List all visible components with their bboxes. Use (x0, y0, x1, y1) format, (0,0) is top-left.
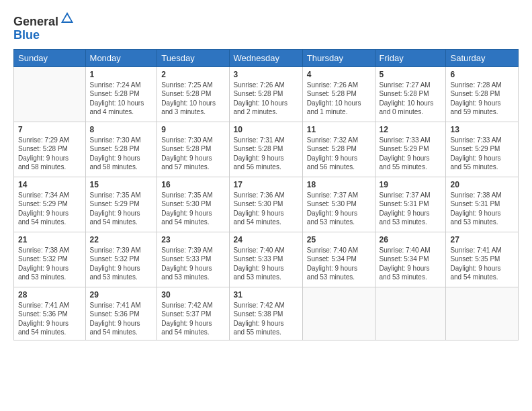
week-row-2: 7Sunrise: 7:29 AM Sunset: 5:28 PM Daylig… (14, 122, 519, 177)
day-number: 31 (234, 290, 298, 300)
calendar-cell: 26Sunrise: 7:40 AM Sunset: 5:34 PM Dayli… (375, 232, 446, 287)
logo: General Blue (13, 11, 75, 42)
day-number: 26 (380, 235, 442, 244)
day-info: Sunrise: 7:32 AM Sunset: 5:28 PM Dayligh… (307, 136, 371, 172)
calendar-cell: 6Sunrise: 7:28 AM Sunset: 5:28 PM Daylig… (446, 66, 519, 122)
day-number: 30 (161, 290, 224, 300)
day-number: 9 (161, 125, 224, 134)
calendar-cell: 22Sunrise: 7:39 AM Sunset: 5:32 PM Dayli… (85, 232, 157, 287)
day-number: 12 (380, 125, 442, 134)
day-number: 10 (234, 125, 298, 134)
week-row-1: 1Sunrise: 7:24 AM Sunset: 5:28 PM Daylig… (14, 66, 519, 122)
day-info: Sunrise: 7:41 AM Sunset: 5:35 PM Dayligh… (450, 246, 514, 282)
calendar-cell: 21Sunrise: 7:38 AM Sunset: 5:32 PM Dayli… (14, 232, 86, 287)
day-info: Sunrise: 7:40 AM Sunset: 5:33 PM Dayligh… (234, 246, 298, 282)
day-number: 17 (234, 180, 298, 189)
day-number: 18 (307, 180, 371, 189)
calendar-cell: 8Sunrise: 7:30 AM Sunset: 5:28 PM Daylig… (85, 122, 157, 177)
day-info: Sunrise: 7:29 AM Sunset: 5:28 PM Dayligh… (18, 136, 81, 172)
calendar-cell: 14Sunrise: 7:34 AM Sunset: 5:29 PM Dayli… (14, 177, 86, 232)
day-info: Sunrise: 7:42 AM Sunset: 5:38 PM Dayligh… (234, 301, 298, 337)
day-info: Sunrise: 7:42 AM Sunset: 5:37 PM Dayligh… (161, 301, 224, 337)
day-info: Sunrise: 7:39 AM Sunset: 5:33 PM Dayligh… (161, 246, 224, 282)
calendar-cell: 20Sunrise: 7:38 AM Sunset: 5:31 PM Dayli… (446, 177, 519, 232)
day-info: Sunrise: 7:24 AM Sunset: 5:28 PM Dayligh… (90, 81, 153, 117)
weekday-header-row: SundayMondayTuesdayWednesdayThursdayFrid… (14, 49, 519, 66)
day-info: Sunrise: 7:27 AM Sunset: 5:28 PM Dayligh… (380, 81, 442, 117)
calendar-cell: 9Sunrise: 7:30 AM Sunset: 5:28 PM Daylig… (157, 122, 229, 177)
day-info: Sunrise: 7:38 AM Sunset: 5:31 PM Dayligh… (450, 191, 514, 227)
day-number: 3 (234, 70, 298, 79)
day-info: Sunrise: 7:37 AM Sunset: 5:30 PM Dayligh… (307, 191, 371, 227)
calendar-table: SundayMondayTuesdayWednesdayThursdayFrid… (13, 49, 519, 340)
day-number: 16 (161, 180, 224, 189)
day-number: 21 (18, 235, 81, 244)
calendar-cell: 25Sunrise: 7:40 AM Sunset: 5:34 PM Dayli… (302, 232, 375, 287)
day-info: Sunrise: 7:40 AM Sunset: 5:34 PM Dayligh… (380, 246, 442, 282)
weekday-header-tuesday: Tuesday (157, 49, 229, 66)
calendar-cell: 23Sunrise: 7:39 AM Sunset: 5:33 PM Dayli… (157, 232, 229, 287)
logo-blue-text: Blue (13, 28, 40, 42)
day-number: 25 (307, 235, 371, 244)
calendar-cell: 3Sunrise: 7:26 AM Sunset: 5:28 PM Daylig… (229, 66, 302, 122)
calendar-cell: 13Sunrise: 7:33 AM Sunset: 5:29 PM Dayli… (446, 122, 519, 177)
day-number: 24 (234, 235, 298, 244)
weekday-header-monday: Monday (85, 49, 157, 66)
day-number: 4 (307, 70, 371, 79)
day-info: Sunrise: 7:37 AM Sunset: 5:31 PM Dayligh… (380, 191, 442, 227)
day-number: 29 (90, 290, 153, 300)
day-info: Sunrise: 7:30 AM Sunset: 5:28 PM Dayligh… (161, 136, 224, 172)
week-row-4: 21Sunrise: 7:38 AM Sunset: 5:32 PM Dayli… (14, 232, 519, 287)
calendar-cell: 31Sunrise: 7:42 AM Sunset: 5:38 PM Dayli… (229, 287, 302, 340)
day-number: 13 (450, 125, 514, 134)
calendar-cell (302, 287, 375, 340)
calendar-cell: 15Sunrise: 7:35 AM Sunset: 5:29 PM Dayli… (85, 177, 157, 232)
calendar-cell: 27Sunrise: 7:41 AM Sunset: 5:35 PM Dayli… (446, 232, 519, 287)
day-number: 23 (161, 235, 224, 244)
calendar-cell: 5Sunrise: 7:27 AM Sunset: 5:28 PM Daylig… (375, 66, 446, 122)
week-row-3: 14Sunrise: 7:34 AM Sunset: 5:29 PM Dayli… (14, 177, 519, 232)
day-number: 8 (90, 125, 153, 134)
calendar-cell: 4Sunrise: 7:26 AM Sunset: 5:28 PM Daylig… (302, 66, 375, 122)
day-number: 15 (90, 180, 153, 189)
day-info: Sunrise: 7:41 AM Sunset: 5:36 PM Dayligh… (90, 301, 153, 337)
calendar-cell: 19Sunrise: 7:37 AM Sunset: 5:31 PM Dayli… (375, 177, 446, 232)
calendar-cell: 7Sunrise: 7:29 AM Sunset: 5:28 PM Daylig… (14, 122, 86, 177)
day-info: Sunrise: 7:26 AM Sunset: 5:28 PM Dayligh… (234, 81, 298, 117)
day-info: Sunrise: 7:28 AM Sunset: 5:28 PM Dayligh… (450, 81, 514, 117)
weekday-header-sunday: Sunday (14, 49, 86, 66)
calendar-cell: 29Sunrise: 7:41 AM Sunset: 5:36 PM Dayli… (85, 287, 157, 340)
day-info: Sunrise: 7:25 AM Sunset: 5:28 PM Dayligh… (161, 81, 224, 117)
logo-icon (60, 11, 75, 26)
day-number: 6 (450, 70, 514, 79)
day-number: 5 (380, 70, 442, 79)
weekday-header-friday: Friday (375, 49, 446, 66)
calendar-cell: 11Sunrise: 7:32 AM Sunset: 5:28 PM Dayli… (302, 122, 375, 177)
day-number: 27 (450, 235, 514, 244)
calendar-cell: 18Sunrise: 7:37 AM Sunset: 5:30 PM Dayli… (302, 177, 375, 232)
calendar-cell: 10Sunrise: 7:31 AM Sunset: 5:28 PM Dayli… (229, 122, 302, 177)
calendar-cell: 1Sunrise: 7:24 AM Sunset: 5:28 PM Daylig… (85, 66, 157, 122)
weekday-header-saturday: Saturday (446, 49, 519, 66)
day-number: 2 (161, 70, 224, 79)
calendar-cell (375, 287, 446, 340)
day-info: Sunrise: 7:41 AM Sunset: 5:36 PM Dayligh… (18, 301, 81, 337)
calendar-cell: 24Sunrise: 7:40 AM Sunset: 5:33 PM Dayli… (229, 232, 302, 287)
day-number: 22 (90, 235, 153, 244)
weekday-header-thursday: Thursday (302, 49, 375, 66)
day-info: Sunrise: 7:38 AM Sunset: 5:32 PM Dayligh… (18, 246, 81, 282)
day-number: 11 (307, 125, 371, 134)
day-info: Sunrise: 7:34 AM Sunset: 5:29 PM Dayligh… (18, 191, 81, 227)
weekday-header-wednesday: Wednesday (229, 49, 302, 66)
day-number: 20 (450, 180, 514, 189)
day-number: 28 (18, 290, 81, 300)
day-info: Sunrise: 7:31 AM Sunset: 5:28 PM Dayligh… (234, 136, 298, 172)
day-number: 7 (18, 125, 81, 134)
day-number: 1 (90, 70, 153, 79)
calendar-cell: 28Sunrise: 7:41 AM Sunset: 5:36 PM Dayli… (14, 287, 86, 340)
day-info: Sunrise: 7:35 AM Sunset: 5:30 PM Dayligh… (161, 191, 224, 227)
day-info: Sunrise: 7:33 AM Sunset: 5:29 PM Dayligh… (380, 136, 442, 172)
calendar-cell: 17Sunrise: 7:36 AM Sunset: 5:30 PM Dayli… (229, 177, 302, 232)
day-info: Sunrise: 7:26 AM Sunset: 5:28 PM Dayligh… (307, 81, 371, 117)
day-info: Sunrise: 7:33 AM Sunset: 5:29 PM Dayligh… (450, 136, 514, 172)
